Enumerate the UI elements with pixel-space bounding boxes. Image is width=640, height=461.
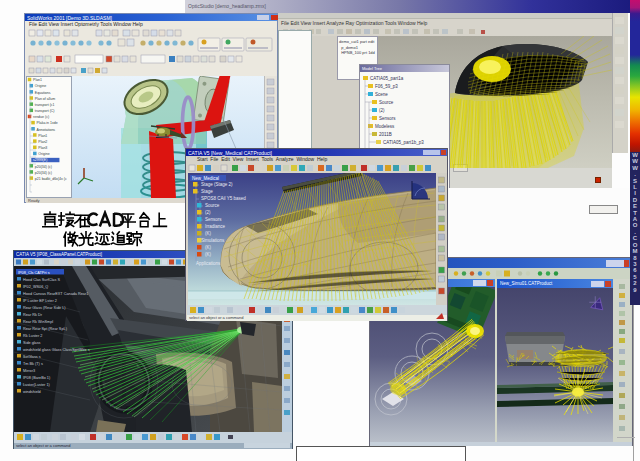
svg-text:Rear Rear Spt (Rear SpL): Rear Rear Spt (Rear SpL) <box>23 327 68 331</box>
svg-text:Irradiance: Irradiance <box>205 224 226 229</box>
svg-text:Applications: Applications <box>196 261 221 266</box>
svg-text:Hood Canvas RearEXT Canada Rea: Hood Canvas RearEXT Canada Rear1 <box>23 292 88 296</box>
svg-text:Side glass: Side glass <box>23 341 41 345</box>
svg-text:Plan1: Plan1 <box>38 134 47 138</box>
svg-text:New_Medical: New_Medical <box>192 176 219 181</box>
svg-text:Source: Source <box>379 100 394 105</box>
svg-text:(K): (K) <box>205 252 212 257</box>
svg-text:Modeless: Modeless <box>375 124 395 129</box>
svg-text:Source: Source <box>205 203 220 208</box>
svg-text:Tm Bk (T) s: Tm Bk (T) s <box>23 362 43 366</box>
svg-text:Sensors: Sensors <box>379 116 396 121</box>
svg-text:Luster(Luster 1): Luster(Luster 1) <box>23 383 51 387</box>
svg-text:rendue (c): rendue (c) <box>33 115 49 119</box>
svg-text:(K): (K) <box>205 231 212 236</box>
svg-text:IP02_WS06_Q: IP02_WS06_Q <box>23 285 48 289</box>
svg-text:(K): (K) <box>205 245 212 250</box>
svg-text:Rear Glass (Rear Side L): Rear Glass (Rear Side L) <box>23 306 66 310</box>
svg-text:Rear Rk Dr: Rear Rk Dr <box>23 313 43 317</box>
svg-text:Stage (Stage 2): Stage (Stage 2) <box>201 182 233 187</box>
svg-text:Plan of allum: Plan of allum <box>35 97 55 101</box>
svg-text:Hood Clas SurfClas S: Hood Clas SurfClas S <box>23 278 60 282</box>
svg-text:SPOS8 CAil Y5 based: SPOS8 CAil Y5 based <box>201 196 246 201</box>
svg-text:Rk Luster 2: Rk Luster 2 <box>23 334 42 338</box>
svg-text:Plan2: Plan2 <box>38 140 47 144</box>
svg-text:Plan3: Plan3 <box>38 146 47 150</box>
svg-text:p21 badkt_d6x(4x (c: p21 badkt_d6x(4x (c <box>35 177 67 181</box>
svg-text:transport (c1: transport (c1 <box>35 103 55 107</box>
svg-text:IP08 (BareBo 1): IP08 (BareBo 1) <box>23 376 51 380</box>
svg-text:Stage: Stage <box>201 189 213 194</box>
svg-text:p20(34) (c): p20(34) (c) <box>35 171 52 175</box>
svg-text:windshield glass Glass ClassSp: windshield glass Glass ClassSprtWire s <box>23 348 90 352</box>
svg-text:CATIA05_part1b_p3: CATIA05_part1b_p3 <box>383 140 424 145</box>
svg-text:transport (C): transport (C) <box>35 109 55 113</box>
svg-text:(2): (2) <box>379 108 385 113</box>
svg-text:Plaka in 1xde: Plaka in 1xde <box>37 121 58 125</box>
svg-text:Plan1: Plan1 <box>33 78 42 82</box>
svg-text:IkeGlass s: IkeGlass s <box>23 355 41 359</box>
svg-text:IP Luster EP Lster 2: IP Luster EP Lster 2 <box>23 299 57 303</box>
svg-text:F06_59_p3: F06_59_p3 <box>375 84 398 89</box>
svg-text:Rear Rk WinSmpl: Rear Rk WinSmpl <box>23 320 53 324</box>
svg-text:IP08_Cls CATPrt s: IP08_Cls CATPrt s <box>18 271 50 275</box>
svg-text:windshield: windshield <box>23 390 41 394</box>
svg-text:Annotations: Annotations <box>37 128 56 132</box>
svg-text:(2): (2) <box>205 210 211 215</box>
svg-text:p20(34) (c): p20(34) (c) <box>35 165 52 169</box>
svg-text:Sensors: Sensors <box>205 217 222 222</box>
svg-text:CATIA05_part1a: CATIA05_part1a <box>370 76 404 81</box>
svg-text:2011B: 2011B <box>379 132 392 137</box>
svg-text:Origine: Origine <box>35 84 46 88</box>
svg-text:Simulations: Simulations <box>201 238 225 243</box>
svg-text:Origine: Origine <box>38 152 49 156</box>
svg-text:Scene: Scene <box>375 92 388 97</box>
svg-text:Mirror3: Mirror3 <box>23 369 35 373</box>
svg-text:s2999(E): s2999(E) <box>33 158 47 162</box>
svg-text:Equations: Equations <box>35 91 51 95</box>
